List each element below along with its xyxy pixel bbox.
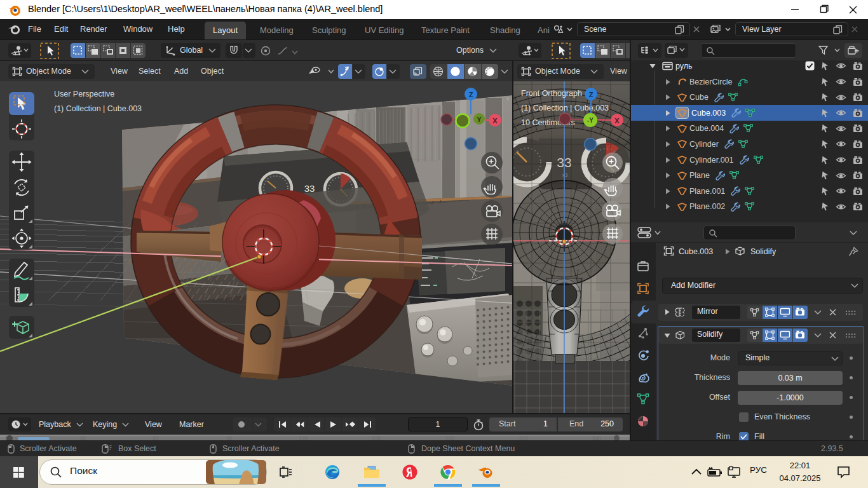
svg-text:(1) Collection | Cube.003: (1) Collection | Cube.003	[521, 104, 609, 112]
svg-text:(1) Collection | Cube.003: (1) Collection | Cube.003	[54, 104, 142, 113]
svg-text:-Y: -Y	[587, 117, 593, 124]
svg-text:Z: Z	[589, 91, 593, 98]
svg-text:33: 33	[304, 183, 315, 194]
svg-text:User Perspective: User Perspective	[54, 90, 114, 98]
svg-text:x3: x3	[562, 172, 568, 178]
svg-text:Z: Z	[469, 91, 473, 98]
svg-text:X: X	[614, 117, 620, 125]
svg-text:‹: ‹	[506, 93, 509, 103]
svg-text:Front Orthograph: Front Orthograph	[521, 89, 582, 98]
svg-text:X: X	[492, 117, 498, 125]
svg-text:Y: Y	[477, 116, 481, 123]
